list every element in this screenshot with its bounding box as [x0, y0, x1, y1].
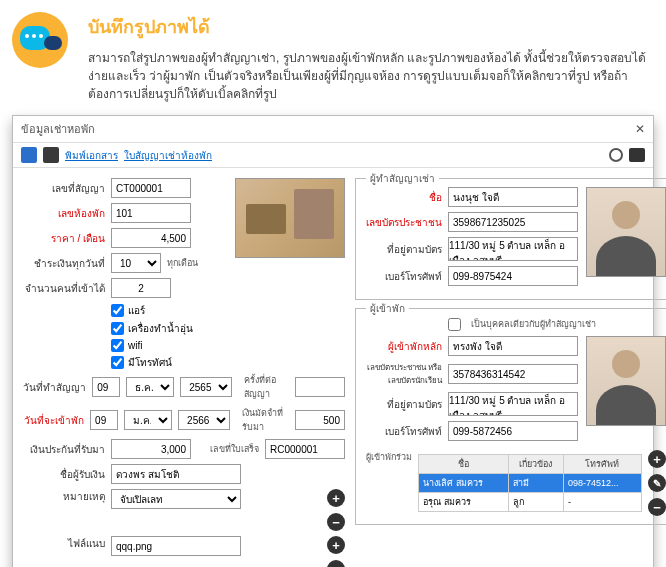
lbl-receipt: เลขที่ใบเสร็จ — [210, 442, 259, 456]
room-no-input[interactable] — [111, 203, 191, 223]
dialog-window: ข้อมูลเช่าหอพัก ✕ พิมพ์เอกสาร ใบสัญญาเช่… — [12, 115, 654, 567]
file-del-button[interactable]: − — [327, 560, 345, 567]
cd-mon[interactable]: ธ.ค. — [126, 377, 174, 397]
cb-air[interactable] — [111, 304, 124, 317]
tenant-tel-input[interactable] — [448, 421, 578, 441]
lbl-room-no: เลขห้องพัก — [23, 206, 105, 221]
cashier-input[interactable] — [111, 464, 241, 484]
tenant-image[interactable] — [586, 336, 666, 426]
lbl-contract-date: วันที่ทำสัญญา — [23, 380, 86, 395]
attach-input[interactable] — [111, 536, 241, 556]
tenant-title: ผู้เข้าพัก — [366, 301, 409, 316]
lbl-payday: ชำระเงินทุกวันที่ — [23, 256, 105, 271]
payday-unit: ทุกเดือน — [167, 256, 198, 270]
lbl-cashier: ชื่อผู้รับเงิน — [23, 467, 105, 482]
cb-heater[interactable] — [111, 322, 124, 335]
room-image[interactable] — [235, 178, 345, 258]
receipt-input — [265, 439, 345, 459]
cotenant-edit-button[interactable]: ✎ — [648, 474, 666, 492]
lbl-checkin: วันที่จะเข้าพัก — [23, 413, 84, 428]
lbl-note: หมายเหตุ — [23, 489, 105, 504]
action-icon[interactable] — [43, 147, 59, 163]
lessor-tel-input[interactable] — [448, 266, 578, 286]
lbl-attach: ไฟล์แนบ — [23, 536, 105, 551]
lbl-lessor-id: เลขบัตรประชาชน — [364, 215, 442, 230]
cb-tv[interactable] — [111, 356, 124, 369]
lbl-tenant-id: เลขบัตรประชาชน หรือเลขบัตรนักเรียน — [364, 361, 442, 387]
print-docs-link[interactable]: พิมพ์เอกสาร — [65, 148, 118, 163]
deposit-input[interactable] — [111, 439, 191, 459]
feature-title: บันทึกรูปภาพได้ — [88, 12, 654, 41]
ci-yr[interactable]: 2566 — [178, 410, 230, 430]
lessor-image[interactable] — [586, 187, 666, 277]
payday-select[interactable]: 10 — [111, 253, 161, 273]
lessor-panel: ผู้ทำสัญญาเช่า ชื่อ เลขบัตรประชาชน ที่อย… — [355, 178, 666, 300]
lessor-id-input[interactable] — [448, 212, 578, 232]
lbl-capacity: จำนวนคนที่เข้าได้ — [23, 281, 105, 296]
lbl-price: ราคา / เดือน — [23, 231, 105, 246]
lbl-lessor-tel: เบอร์โทรศัพท์ — [364, 269, 442, 284]
lbl-contract-no: เลขที่สัญญา — [23, 181, 105, 196]
contract-link[interactable]: ใบสัญญาเช่าห้องพัก — [124, 148, 212, 163]
gear-icon[interactable] — [609, 148, 623, 162]
ci-mon[interactable]: ม.ค. — [124, 410, 172, 430]
note-select[interactable]: จับเปิลเลท — [111, 489, 241, 509]
cotenant-del-button[interactable]: − — [648, 498, 666, 516]
price-input[interactable] — [111, 228, 191, 248]
lbl-lessor-addr: ที่อยู่ตามบัตร — [364, 242, 442, 257]
tenant-addr-input[interactable]: 111/30 หมู่ 5 ตำบล เหล็ก อเมือง จสบบุรี — [448, 392, 578, 416]
printer-icon[interactable] — [629, 148, 645, 162]
cb-same-person[interactable] — [448, 318, 461, 331]
note-add-button[interactable]: + — [327, 489, 345, 507]
contract-no-input — [111, 178, 191, 198]
tenant-panel: ผู้เข้าพัก เป็นบุคคลเดียวกับผู้ทำสัญญาเช… — [355, 308, 666, 525]
lessor-addr-input[interactable]: 111/30 หมู่ 5 ตำบล เหล็ก อเมือง จสบบุรี — [448, 237, 578, 261]
lbl-tenant-addr: ที่อยู่ตามบัตร — [364, 397, 442, 412]
lbl-tenant-tel: เบอร์โทรศัพท์ — [364, 424, 442, 439]
lbl-lessor-name: ชื่อ — [364, 190, 442, 205]
lbl-dep2: เงินมัดจำที่รับมา — [242, 406, 289, 434]
lbl-renew: ครั้งที่ต่อสัญญา — [244, 373, 289, 401]
table-row[interactable]: นางเลิศ สมควรสามี098-74512... — [419, 474, 642, 493]
file-add-button[interactable]: + — [327, 536, 345, 554]
lbl-deposit: เงินประกันที่รับมา — [23, 442, 105, 457]
tenant-name-input[interactable] — [448, 336, 578, 356]
close-icon[interactable]: ✕ — [635, 122, 645, 136]
note-del-button[interactable]: − — [327, 513, 345, 531]
lbl-cotenant: ผู้เข้าพักร่วม — [364, 450, 412, 464]
feature-icon — [12, 12, 68, 68]
capacity-input[interactable] — [111, 278, 171, 298]
lbl-tenant-name: ผู้เข้าพักหลัก — [364, 339, 442, 354]
tenant-id-input[interactable] — [448, 364, 578, 384]
window-title: ข้อมูลเช่าหอพัก — [21, 120, 95, 138]
cotenant-table: ชื่อเกี่ยวข้องโทรศัพท์ นางเลิศ สมควรสามี… — [418, 454, 642, 512]
cd-day[interactable] — [92, 377, 120, 397]
dep2-input[interactable] — [295, 410, 345, 430]
cotenant-add-button[interactable]: + — [648, 450, 666, 468]
feature-desc: สามารถใส่รูปภาพของผู้ทำสัญญาเช่า, รูปภาพ… — [88, 49, 654, 103]
table-row[interactable]: อรุณ สมควรลูก- — [419, 493, 642, 512]
ci-day[interactable] — [90, 410, 118, 430]
cb-wifi[interactable] — [111, 339, 124, 352]
cd-yr[interactable]: 2565 — [180, 377, 232, 397]
save-icon[interactable] — [21, 147, 37, 163]
lessor-title: ผู้ทำสัญญาเช่า — [366, 171, 439, 186]
renew-input — [295, 377, 345, 397]
lessor-name-input[interactable] — [448, 187, 578, 207]
